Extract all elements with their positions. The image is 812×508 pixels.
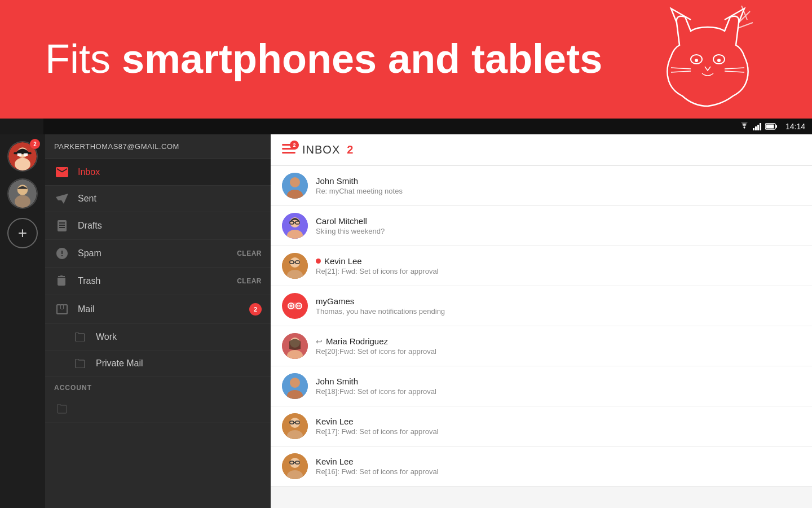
svg-rect-14 <box>766 125 774 129</box>
sidebar-item-mail[interactable]: Mail 2 <box>45 295 271 324</box>
svg-rect-10 <box>757 125 759 130</box>
header-title-normal: Fits <box>45 36 122 81</box>
email-preview: Re[20]:Fwd: Set of icons for approval <box>316 347 801 356</box>
trash-icon <box>54 275 70 287</box>
email-preview: Skiing this weekend? <box>316 227 801 235</box>
inbox-menu-container: 2 <box>282 144 295 156</box>
email-preview: Re[21]: Fwd: Set of icons for approval <box>316 267 801 275</box>
battery-icon <box>765 123 778 130</box>
work-folder-icon <box>72 332 88 341</box>
signal-icon <box>753 122 762 130</box>
email-sender: Kevin Lee <box>316 417 801 426</box>
email-sender: Kevin Lee <box>316 256 801 266</box>
email-content: Kevin Lee Re[16]: Fwd: Set of icons for … <box>316 457 801 476</box>
trash-clear-button[interactable]: CLEAR <box>237 277 262 285</box>
header-title-bold: smartphones and tablets <box>122 36 602 81</box>
svg-rect-11 <box>760 123 761 130</box>
email-item[interactable]: Kevin Lee Re[16]: Fwd: Set of icons for … <box>271 446 812 487</box>
drafts-label: Drafts <box>78 221 262 231</box>
mail-label: Mail <box>78 304 249 314</box>
email-item[interactable]: Carol Mitchell Skiing this weekend? <box>271 206 812 246</box>
email-content: myGames Thomas, you have notifications p… <box>316 296 801 316</box>
email-sender: Kevin Lee <box>316 457 801 466</box>
svg-rect-27 <box>282 152 295 154</box>
sidebar-item-drafts[interactable]: Drafts <box>45 212 271 240</box>
spam-icon <box>54 248 70 259</box>
primary-avatar-badge: 2 <box>30 139 40 149</box>
main-content: 2 INBOX 2 John Smith Re: myChat meeting … <box>271 134 812 508</box>
wifi-icon <box>739 122 749 130</box>
secondary-avatar[interactable] <box>7 178 38 209</box>
sent-label: Sent <box>78 194 262 204</box>
email-content: John Smith Re[18]:Fwd: Set of icons for … <box>316 376 801 396</box>
trash-label: Trash <box>78 276 237 286</box>
svg-point-48 <box>297 305 299 307</box>
email-avatar <box>282 333 308 359</box>
account-switcher: 2 + <box>0 134 45 508</box>
header-banner: Fits smartphones and tablets <box>0 0 812 119</box>
svg-rect-18 <box>14 152 31 155</box>
email-item[interactable]: Kevin Lee Re[17]: Fwd: Set of icons for … <box>271 406 812 446</box>
sidebar-item-sent[interactable]: Sent <box>45 186 271 212</box>
status-icons: 14:14 <box>739 122 805 131</box>
sidebar-item-account[interactable] <box>45 396 271 423</box>
email-item[interactable]: John Smith Re[18]:Fwd: Set of icons for … <box>271 366 812 406</box>
account-icon <box>54 404 70 414</box>
inbox-header-badge: 2 <box>290 141 299 150</box>
add-account-button[interactable]: + <box>7 218 38 248</box>
email-avatar <box>282 453 308 479</box>
email-avatar <box>282 213 308 239</box>
email-item[interactable]: Kevin Lee Re[21]: Fwd: Set of icons for … <box>271 246 812 286</box>
svg-point-23 <box>15 195 30 208</box>
status-time: 14:14 <box>785 122 805 131</box>
inbox-count: 2 <box>347 143 353 156</box>
email-sender: Carol Mitchell <box>316 216 801 226</box>
forward-indicator: ↩ <box>316 337 323 346</box>
svg-point-3 <box>717 59 721 62</box>
email-avatar <box>282 293 308 319</box>
account-section-header: ACCOUNT <box>45 377 271 396</box>
email-item[interactable]: myGames Thomas, you have notifications p… <box>271 286 812 326</box>
nav-menu: PARKERTHOMAS87@GMAIL.COM Inbox Sent <box>45 134 271 508</box>
email-preview: Re[17]: Fwd: Set of icons for approval <box>316 427 801 436</box>
sidebar-item-spam[interactable]: Spam CLEAR <box>45 240 271 268</box>
spam-clear-button[interactable]: CLEAR <box>237 249 262 257</box>
sidebar-item-inbox[interactable]: Inbox <box>45 159 271 186</box>
svg-point-54 <box>290 378 300 388</box>
sidebar-item-trash[interactable]: Trash CLEAR <box>45 268 271 295</box>
svg-rect-9 <box>755 126 757 130</box>
header-title: Fits smartphones and tablets <box>45 37 602 81</box>
private-mail-label: Private Mail <box>96 358 262 369</box>
email-content: John Smith Re: myChat meeting notes <box>316 176 801 195</box>
sidebar-item-work[interactable]: Work <box>45 324 271 351</box>
email-sender: John Smith <box>316 376 801 386</box>
app-frame: 2 + PARKERTHOMAS87@GMAIL.COM <box>0 119 812 508</box>
email-avatar <box>282 253 308 279</box>
email-preview: Re: myChat meeting notes <box>316 187 801 195</box>
email-sender: ↩ Maria Rodriguez <box>316 336 801 346</box>
svg-point-29 <box>290 177 300 187</box>
sent-icon <box>54 194 70 204</box>
unread-indicator <box>316 259 321 264</box>
svg-rect-13 <box>775 125 777 128</box>
spam-label: Spam <box>78 248 237 259</box>
svg-rect-19 <box>17 153 21 156</box>
email-sender: John Smith <box>316 176 801 186</box>
email-item[interactable]: John Smith Re: myChat meeting notes <box>271 166 812 206</box>
email-item[interactable]: ↩ Maria Rodriguez Re[20]:Fwd: Set of ico… <box>271 326 812 366</box>
private-mail-folder-icon <box>72 359 88 368</box>
primary-avatar-container[interactable]: 2 <box>7 141 38 172</box>
email-avatar <box>282 173 308 199</box>
mail-icon <box>54 304 70 314</box>
cat-illustration <box>654 6 756 113</box>
email-preview: Thomas, you have notifications pending <box>316 307 801 316</box>
email-content: Kevin Lee Re[17]: Fwd: Set of icons for … <box>316 417 801 436</box>
email-content: ↩ Maria Rodriguez Re[20]:Fwd: Set of ico… <box>316 336 801 356</box>
email-sender: myGames <box>316 296 801 306</box>
sidebar-item-private-mail[interactable]: Private Mail <box>45 351 271 377</box>
sidebar: 2 + PARKERTHOMAS87@GMAIL.COM <box>0 134 271 508</box>
inbox-icon <box>54 167 70 177</box>
svg-point-2 <box>695 59 698 62</box>
drafts-icon <box>54 220 70 231</box>
email-avatar <box>282 373 308 399</box>
